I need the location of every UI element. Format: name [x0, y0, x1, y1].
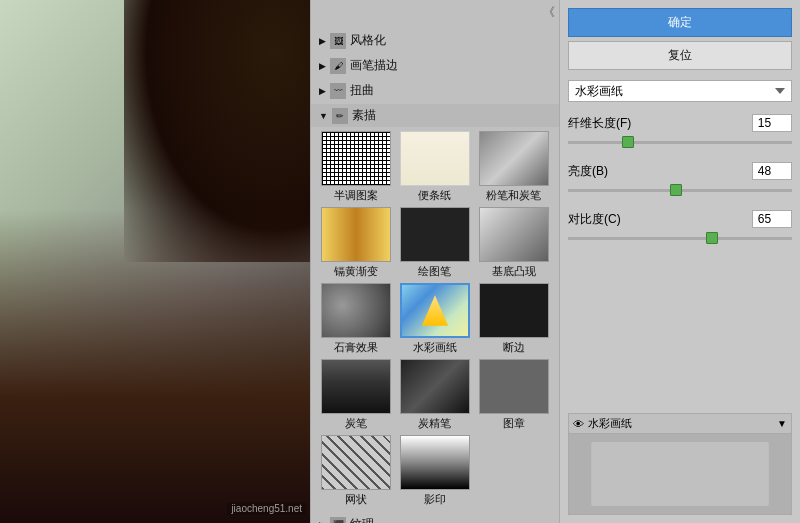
settings-panel: 确定 复位 水彩画纸 半调图案 便条纸 粉笔和炭笔 纤维长度(F) 亮度(B) …: [560, 0, 800, 523]
fiber-length-label: 纤维长度(F): [568, 115, 631, 132]
fiber-length-label-row: 纤维长度(F): [568, 114, 792, 132]
filter-item-net[interactable]: 网状: [319, 435, 394, 507]
filter-item-pen[interactable]: 绘图笔: [398, 207, 473, 279]
fiber-length-value[interactable]: [752, 114, 792, 132]
section-label-suxie: 素描: [352, 107, 376, 124]
filter-label-chalk: 粉笔和炭笔: [486, 188, 541, 203]
filter-label-emboss: 基底凸现: [492, 264, 536, 279]
filter-item-watercolor[interactable]: 水彩画纸: [398, 283, 473, 355]
filter-thumb-charcoal: [321, 359, 391, 414]
filter-type-dropdown[interactable]: 水彩画纸 半调图案 便条纸 粉笔和炭笔: [568, 80, 792, 102]
preview-header: 👁 水彩画纸 ▼: [569, 414, 791, 434]
brightness-slider[interactable]: [568, 183, 792, 197]
section-huabimiaobian-header[interactable]: ▶ 🖌 画笔描边: [311, 54, 559, 77]
filter-item-halftone[interactable]: 半调图案: [319, 131, 394, 203]
filter-item-torn[interactable]: 断边: [476, 283, 551, 355]
filter-item-emboss[interactable]: 基底凸现: [476, 207, 551, 279]
arrow-icon-suxie: ▼: [319, 111, 328, 121]
arrow-icon-wenli: ▶: [319, 520, 326, 524]
filter-item-shadow[interactable]: 影印: [398, 435, 473, 507]
confirm-button[interactable]: 确定: [568, 8, 792, 37]
section-huabimiaobian: ▶ 🖌 画笔描边: [311, 54, 559, 77]
reset-button[interactable]: 复位: [568, 41, 792, 70]
section-icon-suxie: ✏: [332, 108, 348, 124]
arrow-icon-fenggehua: ▶: [319, 36, 326, 46]
filter-thumb-watercolor: [400, 283, 470, 338]
section-niuqu-header[interactable]: ▶ 〰 扭曲: [311, 79, 559, 102]
filter-thumb-charcoal2: [400, 359, 470, 414]
section-icon-niuqu: 〰: [330, 83, 346, 99]
filter-thumb-gradient: [321, 207, 391, 262]
filter-label-stone: 石膏效果: [334, 340, 378, 355]
filter-label-net: 网状: [345, 492, 367, 507]
filter-label-halftone: 半调图案: [334, 188, 378, 203]
filter-label-charcoal: 炭笔: [345, 416, 367, 431]
filter-item-stamp[interactable]: 图章: [476, 359, 551, 431]
section-label-huabi: 画笔描边: [350, 57, 398, 74]
collapse-panel-button[interactable]: 《: [541, 2, 557, 23]
brightness-value[interactable]: [752, 162, 792, 180]
brightness-label: 亮度(B): [568, 163, 608, 180]
contrast-label: 对比度(C): [568, 211, 621, 228]
filter-label-memo: 便条纸: [418, 188, 451, 203]
section-wenli-header[interactable]: ▶ ⬛ 纹理: [311, 513, 559, 523]
filter-label-watercolor: 水彩画纸: [413, 340, 457, 355]
arrow-icon-niuqu: ▶: [319, 86, 326, 96]
filter-list-panel: 《 ▶ 🖼 风格化 ▶ 🖌 画笔描边 ▶ 〰 扭曲: [310, 0, 560, 523]
filter-label-pen: 绘图笔: [418, 264, 451, 279]
filter-item-memo[interactable]: 便条纸: [398, 131, 473, 203]
filter-thumb-pen: [400, 207, 470, 262]
filter-thumb-memo: [400, 131, 470, 186]
brightness-label-row: 亮度(B): [568, 162, 792, 180]
eye-icon[interactable]: 👁: [573, 418, 584, 430]
preview-panel: 👁 水彩画纸 ▼: [568, 413, 792, 515]
filter-label-gradient: 镉黄渐变: [334, 264, 378, 279]
filter-item-stone[interactable]: 石膏效果: [319, 283, 394, 355]
section-suxie-header[interactable]: ▼ ✏ 素描: [311, 104, 559, 127]
filter-thumb-net: [321, 435, 391, 490]
section-wenli: ▶ ⬛ 纹理: [311, 513, 559, 523]
filter-label-stamp: 图章: [503, 416, 525, 431]
preview-label: 水彩画纸: [588, 416, 632, 431]
contrast-slider[interactable]: [568, 231, 792, 245]
image-canvas-panel: jiaocheng51.net: [0, 0, 310, 523]
filter-panel-scroll[interactable]: ▶ 🖼 风格化 ▶ 🖌 画笔描边 ▶ 〰 扭曲 ▼ ✏: [311, 25, 559, 523]
fiber-length-setting: 纤维长度(F): [568, 114, 792, 152]
arrow-icon-huabi: ▶: [319, 61, 326, 71]
section-icon-huabi: 🖌: [330, 58, 346, 74]
contrast-label-row: 对比度(C): [568, 210, 792, 228]
svg-rect-1: [591, 442, 769, 506]
section-label-wenli: 纹理: [350, 516, 374, 523]
contrast-value[interactable]: [752, 210, 792, 228]
filter-item-chalk[interactable]: 粉笔和炭笔: [476, 131, 551, 203]
section-label-niuqu: 扭曲: [350, 82, 374, 99]
filter-grid-suxie: 半调图案 便条纸 粉笔和炭笔 镉黄渐变 绘图笔: [311, 127, 559, 511]
preview-svg: [569, 434, 791, 514]
brightness-setting: 亮度(B): [568, 162, 792, 200]
filter-thumb-halftone: [321, 131, 391, 186]
filter-label-shadow: 影印: [424, 492, 446, 507]
filter-item-charcoal[interactable]: 炭笔: [319, 359, 394, 431]
filter-thumb-torn: [479, 283, 549, 338]
section-niuqu: ▶ 〰 扭曲: [311, 79, 559, 102]
contrast-setting: 对比度(C): [568, 210, 792, 248]
section-fenggehua-header[interactable]: ▶ 🖼 风格化: [311, 29, 559, 52]
filter-thumb-stone: [321, 283, 391, 338]
section-icon-fenggehua: 🖼: [330, 33, 346, 49]
preview-collapse-button[interactable]: ▼: [777, 418, 787, 429]
filter-thumb-shadow: [400, 435, 470, 490]
section-fenggehua: ▶ 🖼 风格化: [311, 29, 559, 52]
filter-thumb-chalk: [479, 131, 549, 186]
filter-label-charcoal2: 炭精笔: [418, 416, 451, 431]
filter-item-gradient[interactable]: 镉黄渐变: [319, 207, 394, 279]
fiber-length-slider[interactable]: [568, 135, 792, 149]
preview-canvas: [569, 434, 791, 514]
section-icon-wenli: ⬛: [330, 517, 346, 524]
canvas-image: [0, 0, 310, 523]
filter-thumb-emboss: [479, 207, 549, 262]
section-label-fenggehua: 风格化: [350, 32, 386, 49]
filter-label-torn: 断边: [503, 340, 525, 355]
section-suxie: ▼ ✏ 素描 半调图案 便条纸 粉笔和炭笔: [311, 104, 559, 511]
filter-thumb-stamp: [479, 359, 549, 414]
filter-item-charcoal2[interactable]: 炭精笔: [398, 359, 473, 431]
